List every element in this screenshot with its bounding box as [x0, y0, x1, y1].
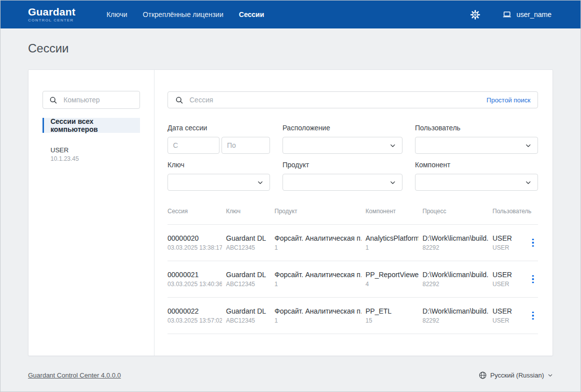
component-name: PP_ETL: [366, 307, 418, 315]
row-menu-button[interactable]: [528, 237, 538, 249]
computer-search-box: [42, 91, 140, 109]
session-id: 00000022: [168, 307, 222, 315]
process-id: 82292: [422, 244, 488, 251]
column-header-key: Ключ: [226, 208, 274, 215]
sessions-panel: Простой поиск Дата сессии Расположение: [154, 70, 552, 356]
session-id: 00000020: [168, 234, 222, 242]
product-number: 1: [274, 244, 362, 251]
table-row: 0000002203.03.2025 13:57:02 Guardant DLA…: [168, 298, 538, 334]
component-number: 4: [366, 281, 418, 288]
nav-item-sessions[interactable]: Сессии: [238, 7, 266, 21]
component-name: AnalyticsPlatform: [366, 234, 418, 242]
date-from-input[interactable]: [168, 137, 220, 154]
row-menu-button[interactable]: [528, 310, 538, 322]
key-id: ABC12345: [226, 317, 270, 324]
filter-session-date: Дата сессии: [168, 124, 270, 154]
key-id: ABC12345: [226, 281, 270, 288]
guardant-logo[interactable]: Guardant CONTROL CENTER: [28, 6, 76, 22]
search-icon: [175, 96, 184, 104]
user-name: USER: [492, 234, 524, 242]
nav-item-keys[interactable]: Ключи: [106, 7, 128, 21]
session-date: 03.03.2025 13:57:02: [168, 317, 222, 324]
language-label: Русский (Russian): [490, 372, 544, 379]
language-selector[interactable]: Русский (Russian): [478, 371, 553, 380]
user-host: USER: [492, 317, 524, 324]
session-date: 03.03.2025 13:38:17: [168, 244, 222, 251]
filter-label: Продукт: [282, 161, 402, 169]
computer-ip: 10.1.23.45: [50, 155, 140, 162]
user-name: USER: [492, 271, 524, 279]
filter-label: Компонент: [415, 161, 538, 169]
column-header-process: Процесс: [422, 208, 492, 215]
page-footer: Guardant Control Center 4.0.0.0 Русский …: [28, 371, 553, 380]
simple-search-link[interactable]: Простой поиск: [486, 96, 530, 104]
table-row: 0000002003.03.2025 13:38:17 Guardant DLA…: [168, 225, 538, 261]
session-search-box: Простой поиск: [168, 91, 538, 108]
location-select[interactable]: [282, 137, 402, 154]
session-date: 03.03.2025 13:40:36: [168, 281, 222, 288]
session-search-input[interactable]: [188, 95, 482, 104]
chevron-down-icon: [525, 142, 532, 149]
product-select[interactable]: [282, 174, 402, 191]
component-name: PP_ReportViewer: [366, 271, 418, 279]
top-navbar: Guardant CONTROL CENTER Ключи Откреплённ…: [0, 0, 580, 28]
session-id: 00000021: [168, 271, 222, 279]
chevron-down-icon: [390, 142, 396, 149]
key-select[interactable]: [168, 174, 270, 191]
process-path: D:\Work\licman\build...: [422, 271, 488, 279]
key-name: Guardant DL: [226, 307, 270, 315]
component-number: 15: [366, 317, 418, 324]
process-id: 82292: [422, 281, 488, 288]
date-to-input[interactable]: [222, 137, 270, 154]
computers-panel: Сессии всех компьютеров USER 10.1.23.45: [28, 70, 154, 356]
product-number: 1: [274, 317, 362, 324]
computer-list-item[interactable]: USER 10.1.23.45: [42, 146, 140, 162]
filter-label: Пользователь: [415, 124, 538, 132]
gear-icon: [470, 9, 480, 20]
nav-item-detached-licenses[interactable]: Откреплённые лицензии: [142, 7, 224, 21]
computer-icon: [502, 9, 512, 19]
chevron-down-icon: [257, 179, 264, 186]
filter-label: Ключ: [168, 161, 270, 169]
column-header-product: Продукт: [274, 208, 366, 215]
filter-product: Продукт: [282, 161, 402, 191]
user-menu[interactable]: user_name: [502, 9, 552, 19]
component-select[interactable]: [415, 174, 538, 191]
version-link[interactable]: Guardant Control Center 4.0.0.0: [28, 372, 121, 379]
settings-button[interactable]: [470, 9, 481, 20]
product-number: 1: [274, 281, 362, 288]
table-row: 0000002103.03.2025 13:40:36 Guardant DLA…: [168, 261, 538, 298]
user-host: USER: [492, 281, 524, 288]
chevron-down-icon: [390, 179, 396, 186]
computer-name: USER: [50, 146, 140, 154]
filter-location: Расположение: [282, 124, 402, 154]
main-nav: Ключи Откреплённые лицензии Сессии: [106, 7, 265, 21]
navbar-right: user_name: [470, 9, 552, 20]
filter-label: Расположение: [282, 124, 402, 132]
product-name: Форсайт. Аналитическая п...: [274, 271, 362, 279]
sessions-card: Сессии всех компьютеров USER 10.1.23.45 …: [28, 69, 553, 356]
column-header-session: Сессия: [168, 208, 226, 215]
filter-user: Пользователь: [415, 124, 538, 154]
process-id: 82292: [422, 317, 488, 324]
key-name: Guardant DL: [226, 234, 270, 242]
computer-search-input[interactable]: [62, 95, 134, 104]
key-id: ABC12345: [226, 244, 270, 251]
row-menu-button[interactable]: [528, 273, 538, 286]
component-number: 1: [366, 244, 418, 251]
all-computers-sessions-item[interactable]: Сессии всех компьютеров: [42, 118, 140, 133]
logo-title: Guardant: [28, 6, 76, 17]
column-header-user: Пользователь: [492, 208, 532, 215]
filter-label: Дата сессии: [168, 124, 270, 132]
page-title: Сессии: [0, 28, 580, 69]
key-name: Guardant DL: [226, 271, 270, 279]
logo-subtitle: CONTROL CENTER: [28, 18, 76, 22]
product-name: Форсайт. Аналитическая п...: [274, 234, 362, 242]
globe-icon: [478, 371, 487, 380]
product-name: Форсайт. Аналитическая п...: [274, 307, 362, 315]
table-header: Сессия Ключ Продукт Компонент Процесс По…: [168, 208, 538, 225]
user-name: USER: [492, 307, 524, 315]
sessions-table: Сессия Ключ Продукт Компонент Процесс По…: [168, 208, 538, 334]
user-select[interactable]: [415, 137, 538, 154]
process-path: D:\Work\licman\build...: [422, 307, 488, 315]
